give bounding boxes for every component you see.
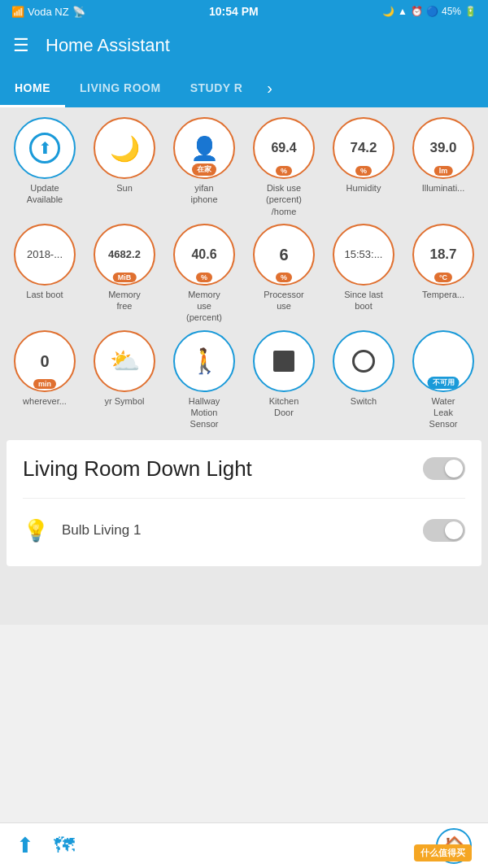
sensor-badge-humidity: %: [355, 166, 372, 176]
memuse-value: 40.6: [191, 247, 216, 262]
sensor-circle-humidity: 74.2 %: [333, 117, 394, 179]
sensor-item-disk[interactable]: 69.4 % Disk use(percent)/home: [246, 117, 322, 217]
square-icon: [273, 351, 294, 372]
sensor-circle-water: 不可用: [412, 330, 474, 392]
sensor-circle-lastboot: 2018-...: [14, 224, 76, 286]
sensor-item-water[interactable]: 不可用 WaterLeakSensor: [405, 330, 481, 430]
sensor-circle-yifan: 👤 在家: [173, 117, 235, 179]
wherever-value: 0: [40, 352, 49, 370]
sensor-label-switch: Switch: [351, 395, 377, 407]
sensor-label-illumination: Illuminati...: [422, 182, 465, 194]
tab-study-r[interactable]: STUDY R: [176, 68, 258, 107]
sensor-item-lastboot[interactable]: 2018-... Last boot: [7, 224, 83, 324]
sensor-badge-yifan: 在家: [192, 164, 216, 176]
sensor-item-illumination[interactable]: 39.0 lm Illuminati...: [405, 117, 481, 217]
status-time: 10:54 PM: [209, 5, 259, 18]
bottom-nav-right: 🏠 什么值得买: [436, 828, 472, 864]
temp-value: 18.7: [429, 247, 456, 263]
tabs-more-button[interactable]: ›: [257, 68, 282, 107]
sensor-label-weather: yr Symbol: [105, 395, 145, 407]
watermark-badge: 什么值得买: [414, 844, 472, 861]
humidity-value: 74.2: [350, 141, 377, 156]
status-bar: 📶 Voda NZ 📡 10:54 PM 🌙 ▲ ⏰ 🔵 45% 🔋: [0, 0, 488, 23]
sensor-circle-temp: 18.7 °C: [412, 224, 474, 286]
sensor-label-temp: Tempera...: [422, 289, 464, 300]
sensor-item-temp[interactable]: 18.7 °C Tempera...: [405, 224, 481, 324]
bulb-toggle-1[interactable]: [423, 519, 465, 542]
sensor-item-hallway[interactable]: 🚶 HallwayMotionSensor: [166, 330, 242, 430]
tab-bar: HOME LIVING ROOM STUDY R ›: [0, 68, 488, 107]
lastboot-value: 2018-...: [27, 249, 63, 260]
tab-home[interactable]: HOME: [0, 68, 65, 107]
alarm-icon: ⏰: [411, 6, 423, 17]
bottom-nav: ⬆ 🗺 🏠 什么值得买: [0, 822, 488, 868]
sensor-circle-hallway: 🚶: [173, 330, 235, 392]
sensor-badge-memuse: %: [196, 273, 212, 282]
sensor-circle-wherever: 0 min: [14, 330, 76, 392]
circle-outline-icon: [352, 350, 375, 373]
sensor-circle-update: ⬆: [14, 117, 76, 179]
sensor-item-memfree[interactable]: 4682.2 MiB Memoryfree: [86, 224, 163, 324]
bulb-icon: 💡: [23, 518, 49, 543]
sensor-label-wherever: wherever...: [23, 395, 67, 407]
sensor-item-update[interactable]: ⬆ UpdateAvailable: [7, 117, 83, 217]
sensor-item-wherever[interactable]: 0 min wherever...: [7, 330, 83, 430]
sensor-badge-memfree: MiB: [113, 273, 137, 282]
upload-icon: ⬆: [29, 133, 60, 164]
procuse-value: 6: [279, 246, 288, 264]
sensor-item-sincelast[interactable]: 15:53:... Since lastboot: [325, 224, 402, 324]
sensor-label-lastboot: Last boot: [26, 289, 63, 300]
sincelast-value: 15:53:...: [345, 249, 383, 260]
moon-icon: 🌙: [110, 134, 140, 163]
sensor-label-yifan: yifaniphone: [190, 182, 217, 206]
upload-nav-icon[interactable]: ⬆: [16, 833, 34, 858]
sensor-circle-memfree: 4682.2 MiB: [94, 224, 155, 286]
sensor-item-memuse[interactable]: 40.6 % Memoryuse(percent): [166, 224, 242, 324]
battery-level: 45%: [442, 6, 461, 17]
bulb-name-1: Bulb Living 1: [62, 522, 410, 539]
sensor-item-kitchen[interactable]: KitchenDoor: [246, 330, 322, 430]
sensor-label-disk: Disk use(percent)/home: [266, 182, 302, 217]
disk-value: 69.4: [271, 141, 296, 155]
menu-button[interactable]: ☰: [13, 35, 29, 56]
wifi-icon: 📡: [72, 6, 85, 18]
sensor-label-update: UpdateAvailable: [27, 182, 63, 206]
bulb-row-1: 💡 Bulb Living 1: [23, 512, 465, 550]
sensor-badge-illumination: lm: [434, 166, 453, 176]
sensor-label-sun: Sun: [116, 182, 133, 194]
status-right: 🌙 ▲ ⏰ 🔵 45% 🔋: [382, 6, 477, 17]
location-icon: ▲: [398, 6, 407, 17]
map-nav-icon[interactable]: 🗺: [54, 833, 75, 858]
sensor-label-hallway: HallwayMotionSensor: [189, 395, 220, 430]
moon-status-icon: 🌙: [382, 6, 394, 17]
sensor-item-sun[interactable]: 🌙 Sun: [86, 117, 163, 217]
sensor-circle-illumination: 39.0 lm: [412, 117, 474, 179]
divider: [23, 498, 465, 499]
sensor-circle-sun: 🌙: [94, 117, 155, 179]
person-icon: 👤: [190, 135, 219, 162]
sensor-label-memuse: Memoryuse(percent): [186, 289, 222, 324]
sensor-item-switch[interactable]: Switch: [325, 330, 402, 430]
sensor-label-kitchen: KitchenDoor: [269, 395, 299, 419]
sensor-grid: ⬆ UpdateAvailable 🌙 Sun 👤 在家 yifanipho: [7, 117, 481, 430]
sensor-grid-section: ⬆ UpdateAvailable 🌙 Sun 👤 在家 yifanipho: [0, 107, 488, 625]
sensor-circle-kitchen: [253, 330, 315, 392]
walk-icon: 🚶: [190, 347, 220, 375]
sensor-item-procuse[interactable]: 6 % Processoruse: [246, 224, 322, 324]
sensor-item-yifan[interactable]: 👤 在家 yifaniphone: [166, 117, 242, 217]
sensor-label-procuse: Processoruse: [264, 289, 304, 312]
light-group-toggle[interactable]: [423, 457, 465, 480]
sensor-circle-memuse: 40.6 %: [173, 224, 235, 286]
sensor-circle-sincelast: 15:53:...: [333, 224, 394, 286]
sensor-badge-water: 不可用: [428, 377, 460, 389]
sensor-item-weather[interactable]: ⛅ yr Symbol: [86, 330, 163, 430]
tab-living-room[interactable]: LIVING ROOM: [65, 68, 176, 107]
sensor-circle-weather: ⛅: [94, 330, 155, 392]
sensor-item-humidity[interactable]: 74.2 % Humidity: [325, 117, 402, 217]
signal-icon: 📶: [11, 6, 24, 18]
status-left: 📶 Voda NZ 📡: [11, 6, 85, 18]
bottom-nav-left: ⬆ 🗺: [16, 833, 75, 858]
memfree-value: 4682.2: [108, 249, 141, 260]
sensor-label-water: WaterLeakSensor: [429, 395, 458, 430]
app-title: Home Assistant: [46, 35, 170, 56]
